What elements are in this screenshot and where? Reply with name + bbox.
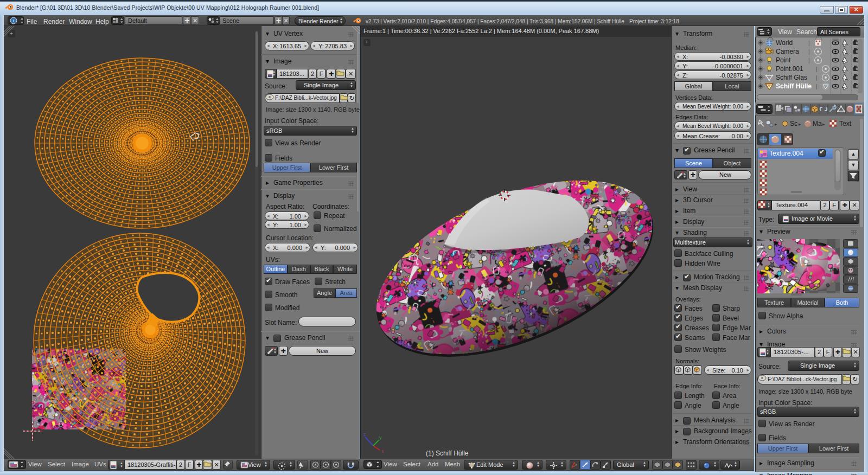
- svg-text:▸: ▸: [799, 121, 801, 127]
- svg-text:|: |: [808, 40, 810, 46]
- svg-text:x: x: [381, 448, 384, 454]
- svg-text:|: |: [816, 74, 818, 81]
- svg-text:Sc: Sc: [790, 120, 797, 127]
- svg-text:(1) Schiff Hülle: (1) Schiff Hülle: [426, 450, 469, 457]
- svg-text:Point: Point: [776, 56, 791, 64]
- svg-text:▸: ▸: [822, 121, 825, 127]
- svg-text:z: z: [363, 432, 366, 437]
- svg-text:Point.001: Point.001: [776, 65, 803, 73]
- svg-text:|: |: [816, 83, 818, 89]
- svg-text:Ma: Ma: [813, 120, 822, 127]
- svg-text:Schiff Glas: Schiff Glas: [776, 74, 807, 81]
- svg-text:|: |: [816, 66, 818, 72]
- svg-text:▸: ▸: [775, 121, 777, 127]
- svg-text:Text: Text: [839, 120, 852, 127]
- svg-text:Schiff Hülle: Schiff Hülle: [776, 82, 812, 90]
- svg-text:World: World: [776, 39, 793, 47]
- svg-text:|: |: [808, 48, 810, 55]
- svg-text:+: +: [10, 30, 13, 36]
- svg-text:Camera: Camera: [776, 48, 799, 55]
- svg-text:|: |: [808, 57, 810, 63]
- svg-text:y: y: [379, 435, 382, 440]
